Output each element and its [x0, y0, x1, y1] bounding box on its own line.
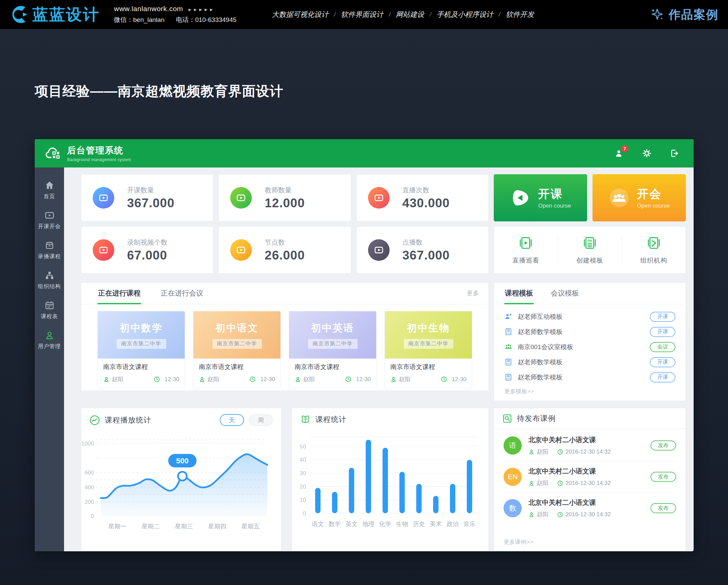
quick-action-label: 创建模板 [576, 256, 603, 265]
settings-button[interactable] [642, 148, 652, 158]
lanlan-logo-icon [9, 5, 29, 24]
template-action-button[interactable]: 开课 [650, 327, 675, 337]
course-card-2[interactable]: 初中英语 南京市第二中学 南京市语文课程 赵阳 12-30 [289, 311, 376, 388]
course-subject: 初中语文 [215, 321, 259, 335]
more-pending-link[interactable]: 更多课例>> [503, 538, 533, 546]
svg-text:600: 600 [85, 470, 94, 476]
logout-button[interactable] [669, 148, 679, 158]
course-teacher: 赵阳 [208, 375, 219, 383]
nav-item-0[interactable]: 大数据可视化设计 [272, 10, 329, 19]
contact-block: www.lanlanwork.com►►►►► 微信：ben_lanlan 电话… [114, 5, 237, 24]
sidebar-item-4[interactable]: 课程表 [35, 295, 64, 325]
svg-text:0: 0 [91, 513, 94, 520]
publish-button[interactable]: 发布 [650, 472, 676, 482]
tab-course-templates[interactable]: 课程模板 [504, 283, 534, 304]
course-card-1[interactable]: 初中语文 南京市第二中学 南京市语文课程 赵阳 12-30 [193, 311, 281, 388]
person-icon [199, 376, 208, 382]
dashboard-header: 后台管理系统 Background management system 7 [35, 139, 694, 167]
sidebar-item-2[interactable]: 录播课程 [35, 236, 64, 266]
more-templates-link[interactable]: 更多模板>> [504, 388, 534, 395]
template-row-3: 赵老师数学模板 开课 [504, 354, 675, 370]
template-list: 赵老师互动模板 开课 赵老师数学模板 开课 南京001会议室模板 会议 赵老师数… [494, 304, 685, 385]
quick-action-0[interactable]: 直播巡看 [494, 235, 558, 265]
sidebar-item-0[interactable]: 首页 [35, 176, 64, 206]
notification-badge: 7 [621, 145, 628, 152]
template-action-button[interactable]: 开课 [650, 372, 675, 382]
clock-icon [557, 449, 566, 455]
action-button-open-meeting[interactable]: 开会Open course [593, 174, 686, 221]
publish-button[interactable]: 发布 [650, 503, 676, 513]
logout-icon [670, 149, 679, 158]
pending-teacher: 赵阳 [537, 510, 548, 518]
pending-row-0: 语 北京中关村二小语文课 赵阳 2016-12-30 14:32 发布 [503, 430, 676, 461]
course-time: 12-30 [261, 376, 275, 383]
course-time: 12-30 [356, 376, 371, 383]
person-icon [103, 376, 112, 382]
nav-item-4[interactable]: 软件开发 [506, 10, 534, 19]
pending-title-text: 北京中关村二小语文课 [528, 435, 611, 445]
template-row-2: 南京001会议室模板 会议 [504, 339, 675, 354]
tab-ongoing-courses[interactable]: 正在进行课程 [97, 283, 141, 304]
action-button-open-course[interactable]: 开课Open course [494, 174, 587, 221]
sidebar-item-5[interactable]: 用户管理 [35, 325, 64, 355]
calendar-icon [45, 300, 55, 310]
sidebar-item-3[interactable]: 组织结构 [35, 266, 64, 295]
svg-text:音乐: 音乐 [463, 521, 475, 527]
stat-card-2: 直播次数 430.000 [356, 174, 489, 221]
toggle-week[interactable]: 周 [249, 414, 273, 426]
portfolio-link[interactable]: 作品案例 [650, 7, 719, 23]
nav-item-1[interactable]: 软件界面设计 [341, 10, 384, 19]
course-title: 南京市语文课程 [199, 363, 275, 371]
course-school-badge: 南京市第二中学 [212, 339, 262, 349]
sidebar-item-1[interactable]: 开课开会 [35, 206, 64, 236]
courses-more-link[interactable]: 更多 [467, 289, 479, 297]
play-badge-icon [230, 239, 252, 261]
website-link[interactable]: www.lanlanwork.com [114, 5, 183, 12]
quick-action-label: 组织机构 [640, 256, 667, 265]
svg-text:政治: 政治 [447, 521, 459, 527]
stat-card-0: 开课数量 367.000 [81, 174, 213, 221]
pending-list: 语 北京中关村二小语文课 赵阳 2016-12-30 14:32 发布 EN 北… [494, 429, 685, 524]
clock-icon [557, 511, 566, 517]
pending-row-1: EN 北京中关村二小语文课 赵阳 2016-12-30 14:32 发布 [503, 461, 676, 492]
nav-item-3[interactable]: 手机及小程序设计 [437, 10, 493, 19]
template-name: 赵老师数学模板 [518, 327, 563, 336]
stat-value: 430.000 [402, 196, 450, 210]
svg-text:历史: 历史 [413, 521, 425, 527]
play-badge-icon [230, 187, 252, 209]
template-action-button[interactable]: 会议 [650, 342, 675, 352]
course-card-3[interactable]: 初中生物 南京市第二中学 南京市语文课程 赵阳 12-30 [385, 311, 472, 388]
stat-label: 录制视频个数 [127, 238, 167, 247]
person-icon [294, 376, 303, 382]
course-cover: 初中数学 南京市第二中学 [98, 311, 185, 358]
nav-item-2[interactable]: 网站建设 [396, 10, 424, 19]
dashboard-window: 后台管理系统 Background management system 7 [35, 139, 694, 551]
stat-value: 367.000 [127, 196, 175, 210]
course-teacher: 赵阳 [112, 375, 123, 383]
wechat-label: 微信：ben_lanlan [114, 16, 164, 24]
course-school-badge: 南京市第二中学 [116, 339, 166, 349]
group-icon [609, 187, 630, 208]
stat-label: 开课数量 [127, 186, 175, 195]
dashboard-title: 后台管理系统 [67, 144, 131, 156]
quick-action-1[interactable]: 创建模板 [558, 235, 622, 265]
template-action-button[interactable]: 开课 [650, 312, 675, 322]
course-stats-title: 课程统计 [315, 415, 346, 425]
pending-row-2: 数 北京中关村二小语文课 赵阳 2016-12-30 14:32 发布 [503, 492, 676, 524]
tab-meeting-templates[interactable]: 会议模板 [550, 283, 580, 304]
tab-ongoing-meetings[interactable]: 正在进行会议 [160, 283, 204, 304]
svg-text:星期五: 星期五 [242, 523, 260, 530]
sidebar-item-label: 用户管理 [38, 343, 61, 350]
stat-label: 点播数 [402, 238, 450, 247]
publish-button[interactable]: 发布 [650, 441, 676, 451]
pending-time: 2016-12-30 14:32 [566, 449, 611, 455]
courses-panel: 正在进行课程 正在进行会议 更多 初中数学 南京市第二中学 南京市语文课程 赵阳… [81, 283, 489, 391]
template-name: 赵老师数学模板 [518, 358, 563, 367]
course-card-0[interactable]: 初中数学 南京市第二中学 南京市语文课程 赵阳 12-30 [97, 311, 185, 388]
stat-card-5: 点播数 367.000 [356, 227, 489, 274]
template-action-button[interactable]: 开课 [650, 357, 675, 367]
archive-icon [45, 240, 55, 250]
toggle-day[interactable]: 天 [220, 414, 244, 426]
user-notifications-button[interactable]: 7 [614, 148, 624, 158]
quick-action-2[interactable]: 组织机构 [622, 235, 685, 265]
